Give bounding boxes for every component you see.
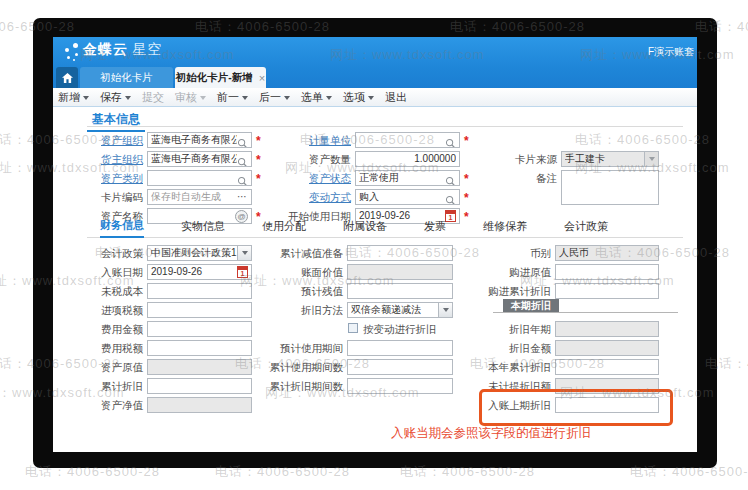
app-window: 金蝶云 星空 F演示账套 初始化卡片 初始化卡片-新增 × 新增 保存 提交 审… xyxy=(53,37,697,452)
account-set-label[interactable]: F演示账套 xyxy=(648,45,694,59)
lookup-icon[interactable] xyxy=(237,173,248,184)
unit-label[interactable]: 计量单位 xyxy=(278,133,351,147)
depr-year-period-label: 折旧年期 xyxy=(443,322,551,336)
used-periods-input[interactable] xyxy=(347,359,453,375)
current-depr-group-line xyxy=(493,312,678,313)
owner-org-label[interactable]: 货主组织 xyxy=(53,152,143,166)
toolbar-save-button[interactable]: 保存 xyxy=(100,90,131,105)
tab-physical-info[interactable]: 实物信息 xyxy=(181,219,225,237)
remark-textarea[interactable] xyxy=(561,170,659,205)
lookup-icon[interactable] xyxy=(445,173,456,184)
chevron-down-icon xyxy=(284,96,290,100)
accounting-policy-select[interactable]: 中国准则会计政策1 xyxy=(147,245,252,261)
depr-periods-input[interactable] xyxy=(347,378,453,394)
input-tax-input[interactable] xyxy=(147,302,252,318)
depr-method-label: 折旧方法 xyxy=(248,303,343,317)
tab-label: 初始化卡片-新增 xyxy=(176,71,253,85)
owner-org-input[interactable]: 蓝海电子商务有限公司 xyxy=(147,151,252,167)
toolbar-new-button[interactable]: 新增 xyxy=(58,90,89,105)
tab-init-card-new[interactable]: 初始化卡片-新增 × xyxy=(175,67,266,88)
asset-category-label[interactable]: 资产类别 xyxy=(53,171,143,185)
annotation-note: 入账当期会参照该字段的值进行折旧 xyxy=(391,425,591,442)
toolbar-submit-button: 提交 xyxy=(142,90,164,105)
lookup-icon[interactable] xyxy=(237,154,248,165)
tab-accounting-policy[interactable]: 会计政策 xyxy=(564,219,608,237)
expected-periods-input[interactable] xyxy=(347,340,453,356)
change-mode-input[interactable]: 购入 xyxy=(355,189,460,205)
depr-method-select[interactable]: 双倍余额递减法 xyxy=(347,302,453,318)
toolbar-pick-button[interactable]: 选单 xyxy=(301,90,332,105)
fee-amount-input[interactable] xyxy=(147,321,252,337)
asset-category-input[interactable] xyxy=(147,170,252,186)
year-accum-depr-input[interactable] xyxy=(555,359,659,375)
untaxed-cost-label: 未税成本 xyxy=(53,284,143,298)
asset-org-label[interactable]: 资产组织 xyxy=(53,133,143,147)
tab-home[interactable] xyxy=(56,67,78,88)
current-depr-group-header: 本期折旧 xyxy=(503,299,559,312)
depr-by-change-checkbox[interactable] xyxy=(348,323,358,333)
card-code-input[interactable]: 保存时自动生成 ⋯ xyxy=(147,189,252,205)
tab-maintenance[interactable]: 维修保养 xyxy=(483,219,527,237)
fee-tax-input[interactable] xyxy=(147,340,252,356)
quantity-label: 资产数量 xyxy=(278,152,351,166)
expected-periods-label: 预计使用期间 xyxy=(248,341,343,355)
tab-finance-info[interactable]: 财务信息 xyxy=(100,218,144,238)
tab-attached-equipment[interactable]: 附属设备 xyxy=(343,219,387,237)
remark-label: 备注 xyxy=(485,171,557,185)
residual-label: 预计残值 xyxy=(248,284,343,298)
used-periods-label: 累计使用期间数 xyxy=(248,360,343,374)
net-value-label: 资产净值 xyxy=(53,398,143,412)
page: { "watermark": { "phone": "电话：4006-6500-… xyxy=(0,0,748,490)
status-label[interactable]: 资产状态 xyxy=(278,171,351,185)
purchase-value-input[interactable] xyxy=(555,264,659,280)
net-value-input xyxy=(147,397,252,413)
change-mode-label[interactable]: 变动方式 xyxy=(278,190,351,204)
chevron-down-icon[interactable] xyxy=(438,303,452,317)
tab-usage-allocation[interactable]: 使用分配 xyxy=(262,219,306,237)
purchase-accum-depr-input[interactable] xyxy=(555,283,659,299)
book-value-input xyxy=(347,264,453,280)
required-asterisk: * xyxy=(464,172,469,186)
entry-date-input[interactable]: 2019-09-26 1 xyxy=(147,264,252,280)
asset-org-input[interactable]: 蓝海电子商务有限公司 xyxy=(147,132,252,148)
original-value-label: 资产原值 xyxy=(53,360,143,374)
detail-tab-bar: 财务信息 实物信息 使用分配 附属设备 发票 维修保养 会计政策 xyxy=(87,221,683,238)
toolbar-next-button[interactable]: 后一 xyxy=(259,90,290,105)
calendar-icon[interactable]: 1 xyxy=(237,266,248,278)
lookup-icon[interactable] xyxy=(445,192,456,203)
purchase-accum-depr-label: 购进累计折旧 xyxy=(443,284,551,298)
required-asterisk: * xyxy=(464,191,469,205)
entry-prev-depr-input[interactable] xyxy=(555,397,659,413)
lookup-icon[interactable] xyxy=(445,135,456,146)
unit-input[interactable] xyxy=(355,132,460,148)
depr-year-period-input xyxy=(555,321,659,337)
untaxed-cost-input[interactable] xyxy=(147,283,252,299)
lookup-icon[interactable] xyxy=(237,135,248,146)
tab-invoice[interactable]: 发票 xyxy=(424,219,446,237)
status-input[interactable]: 正常使用 xyxy=(355,170,460,186)
toolbar: 新增 保存 提交 审核 前一 后一 选单 选项 退出 xyxy=(53,88,697,107)
impairment-label: 累计减值准备 xyxy=(248,246,343,260)
accum-depr-input[interactable] xyxy=(147,378,252,394)
tab-init-card[interactable]: 初始化卡片 xyxy=(80,67,173,88)
chevron-down-icon xyxy=(644,152,658,166)
input-tax-label: 进项税额 xyxy=(53,303,143,317)
impairment-input[interactable] xyxy=(347,245,453,261)
year-accum-depr-label: 本年累计折旧 xyxy=(443,360,551,374)
fee-tax-label: 费用税额 xyxy=(53,341,143,355)
residual-input[interactable] xyxy=(347,283,453,299)
chevron-down-icon xyxy=(125,96,131,100)
close-icon[interactable]: × xyxy=(259,73,265,83)
toolbar-exit-button[interactable]: 退出 xyxy=(385,90,407,105)
chevron-down-icon xyxy=(368,96,374,100)
toolbar-prev-button[interactable]: 前一 xyxy=(217,90,248,105)
quantity-input[interactable]: 1.000000 xyxy=(355,151,460,167)
required-asterisk: * xyxy=(256,153,261,167)
home-icon xyxy=(62,73,73,83)
card-code-label: 卡片编码 xyxy=(53,190,143,204)
purchase-value-label: 购进原值 xyxy=(443,265,551,279)
card-source-select: 手工建卡 xyxy=(561,151,659,167)
more-icon[interactable]: ⋯ xyxy=(237,192,248,202)
card-source-label: 卡片来源 xyxy=(485,152,557,166)
toolbar-options-button[interactable]: 选项 xyxy=(343,90,374,105)
